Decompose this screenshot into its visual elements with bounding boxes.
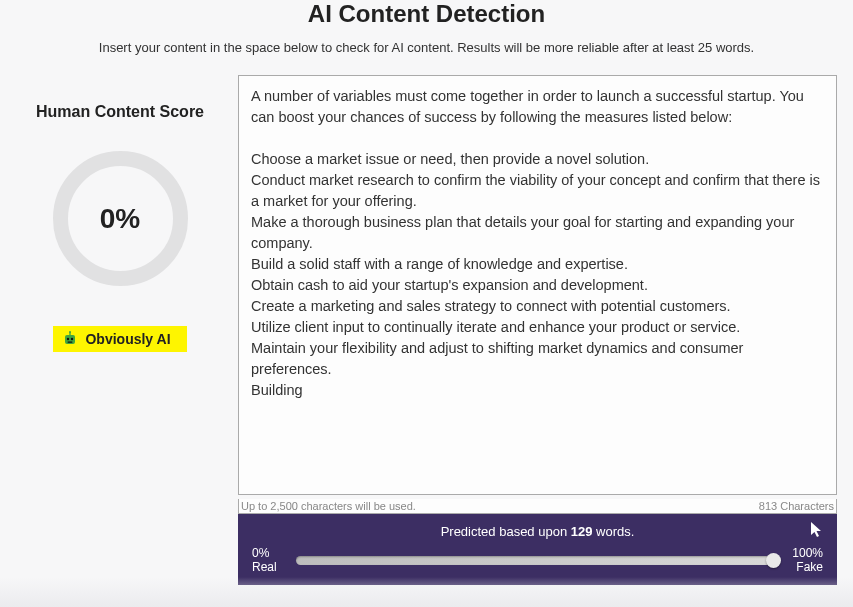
score-title: Human Content Score <box>10 103 230 121</box>
verdict-label: Obviously AI <box>85 331 170 347</box>
char-count: 813 Characters <box>759 500 834 512</box>
score-panel: Human Content Score 0% Obviously AI <box>10 75 230 585</box>
cursor-icon <box>811 522 823 541</box>
scale-left: 0% Real <box>252 547 286 575</box>
svg-rect-3 <box>68 342 73 343</box>
result-bar: Predicted based upon 129 words. 0% Real … <box>238 514 837 585</box>
verdict-badge: Obviously AI <box>53 326 186 352</box>
predicted-line: Predicted based upon 129 words. <box>252 524 823 539</box>
svg-point-5 <box>69 331 71 333</box>
score-value: 0% <box>100 203 140 235</box>
word-count: 129 <box>571 524 593 539</box>
char-limit-hint: Up to 2,500 characters will be used. <box>241 500 416 512</box>
svg-point-1 <box>67 338 69 340</box>
page-title: AI Content Detection <box>0 0 853 28</box>
robot-icon <box>61 330 79 348</box>
score-ring: 0% <box>53 151 188 286</box>
char-hint-row: Up to 2,500 characters will be used. 813… <box>238 499 837 514</box>
slider-knob <box>766 553 781 568</box>
realness-slider[interactable] <box>296 556 779 565</box>
content-input[interactable] <box>238 75 837 495</box>
svg-point-2 <box>71 338 73 340</box>
page-subtitle: Insert your content in the space below t… <box>0 40 853 55</box>
scale-right: 100% Fake <box>789 547 823 575</box>
